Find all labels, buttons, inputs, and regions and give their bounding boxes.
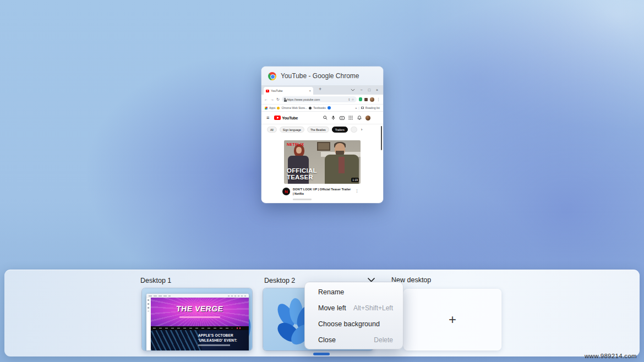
window-preview-youtube-chrome[interactable]: YouTube - Google Chrome YouTube × + − □ … <box>261 67 383 203</box>
bookmark-reading-list: Reading list <box>365 106 380 109</box>
chip-sign-language: Sign language <box>280 127 304 133</box>
url-text: https://www.youtube.com <box>287 98 347 101</box>
video-meta-placeholder <box>293 199 312 200</box>
youtube-favicon <box>266 90 269 92</box>
verge-navbar <box>151 326 249 330</box>
menu-item-choose-background[interactable]: Choose background <box>305 316 403 332</box>
apps-grid-icon-yt <box>348 116 353 120</box>
bookmark-webstore: Chrome Web Store... <box>281 106 307 109</box>
scene-picture-frame <box>317 142 330 151</box>
desktop-context-menu: Rename Move left Alt+Shift+Left Choose b… <box>304 282 403 349</box>
hamburger-icon: ≡ <box>266 115 269 120</box>
video-title: DON'T LOOK UP | Official Teaser Trailer … <box>293 188 351 196</box>
new-tab-icon: + <box>319 86 321 92</box>
address-bar: https://www.youtube.com ⇪ ☆ <box>282 96 357 102</box>
verge-headline-cropped-line <box>198 344 230 346</box>
share-icon: ⇪ <box>348 98 351 101</box>
browser-toolbar: ← → ↻ https://www.youtube.com ⇪ ☆ ⋮ <box>261 95 383 105</box>
desktop1-window-content: THE VERGE APPLE'S OCTOBER 'UNLEASHED' EV… <box>151 298 249 350</box>
chips-scroll-arrow-icon: › <box>361 127 363 132</box>
desktop1-window-sidebar <box>146 298 150 350</box>
extension-icon-dark <box>364 98 368 101</box>
youtube-play-icon <box>274 116 281 120</box>
chip-trailers-selected: Trailers <box>332 127 348 133</box>
verge-feature-section: APPLE'S OCTOBER 'UNLEASHED' EVENT: <box>151 330 249 350</box>
watermark-text: www.989214.com <box>585 353 637 359</box>
bookmark-apps: Apps <box>269 106 275 109</box>
plus-icon: + <box>449 313 456 326</box>
menu-item-move-left[interactable]: Move left Alt+Shift+Left <box>305 300 403 316</box>
star-icon: ☆ <box>352 98 354 101</box>
bookmarks-bar: Apps Chrome Web Store... Textbooks » | R… <box>261 105 383 112</box>
bookmarks-overflow-icon: » <box>356 106 357 109</box>
preview-window-title: YouTube - Google Chrome <box>281 72 359 80</box>
lock-icon <box>284 98 286 100</box>
bookmarks-right-group: » | Reading list <box>356 106 380 109</box>
verge-headline: APPLE'S OCTOBER 'UNLEASHED' EVENT: <box>198 333 237 343</box>
scene-person-left-face <box>296 147 302 153</box>
youtube-header: ≡ YouTube <box>261 112 383 124</box>
verge-headline-line2: 'UNLEASHED' EVENT: <box>198 338 237 343</box>
mic-icon <box>331 116 335 120</box>
chip-the-beatles: The Beatles <box>307 127 329 133</box>
chrome-menu-icon: ⋮ <box>376 97 380 102</box>
verge-hero: THE VERGE <box>151 298 249 326</box>
verge-subline <box>179 316 220 318</box>
verge-logo-text: THE VERGE <box>151 304 249 313</box>
menu-item-close[interactable]: Close Delete <box>305 332 403 348</box>
overlay-line2: TEASER <box>287 174 317 181</box>
youtube-header-icons <box>323 116 379 120</box>
create-video-icon <box>340 116 345 120</box>
youtube-chips-row: All Sign language The Beatles Trailers › <box>261 124 383 135</box>
task-view-screen: YouTube - Google Chrome YouTube × + − □ … <box>0 0 644 362</box>
netflix-channel-avatar: N <box>282 188 290 195</box>
close-icon: × <box>376 88 378 92</box>
bookmark-textbooks: Textbooks <box>313 106 326 109</box>
chip-partial <box>351 127 357 133</box>
video-overlay-text: OFFICIAL TEASER <box>287 168 317 180</box>
chrome-profile-avatar <box>370 97 374 102</box>
search-icon <box>323 116 328 120</box>
forward-icon: → <box>270 97 274 101</box>
webstore-icon <box>277 107 280 109</box>
menu-item-label: Move left <box>318 304 353 312</box>
video-title-line1: DON'T LOOK UP | Official Teaser Trailer <box>293 188 351 192</box>
menu-item-label: Close <box>318 336 374 344</box>
menu-item-rename[interactable]: Rename <box>305 284 403 300</box>
browser-tab-strip: YouTube × + − □ × <box>261 85 383 95</box>
video-duration-badge: 1:19 <box>351 178 359 182</box>
netflix-n: N <box>285 189 288 194</box>
scrollbar-thumb <box>381 126 383 150</box>
tab-close-icon: × <box>309 89 311 92</box>
desktop2-label: Desktop 2 <box>264 277 295 284</box>
desktop1-window-titlebar <box>146 294 249 298</box>
menu-item-shortcut: Alt+Shift+Left <box>353 304 393 312</box>
scene-person-right-shirt <box>339 157 345 173</box>
chrome-icon <box>268 72 276 80</box>
verge-feature-art <box>151 330 202 350</box>
extension-icon-green <box>359 97 363 101</box>
new-desktop-button[interactable]: + <box>403 289 501 350</box>
bookmark-blue-icon <box>328 106 331 109</box>
bookmarks-divider: | <box>358 106 359 109</box>
menu-item-label: Rename <box>318 288 393 296</box>
youtube-logo: YouTube <box>274 116 298 120</box>
active-desktop-indicator <box>313 353 330 355</box>
preview-title-bar: YouTube - Google Chrome <box>261 67 383 85</box>
globe-icon <box>309 107 312 109</box>
window-controls: − □ × <box>351 86 378 94</box>
browser-tab-youtube: YouTube × <box>264 87 313 95</box>
desktop1-thumbnail[interactable]: THE VERGE APPLE'S OCTOBER 'UNLEASHED' EV… <box>142 288 252 350</box>
video-title-line2: | Netflix <box>293 192 351 196</box>
apps-grid-icon <box>265 107 268 109</box>
chip-all: All <box>267 127 277 133</box>
maximize-icon: □ <box>368 88 370 92</box>
overlay-line1: OFFICIAL <box>287 168 317 174</box>
desktop1-label: Desktop 1 <box>140 277 171 284</box>
tab-label: YouTube <box>271 89 307 92</box>
chevron-down-icon <box>351 89 355 91</box>
reload-icon: ↻ <box>276 97 280 101</box>
back-icon: ← <box>264 97 268 101</box>
youtube-content-area: NETFLIX OFFICIAL TEASER 1:19 N DON'T LOO… <box>261 135 383 202</box>
desktop1-browser-window: THE VERGE APPLE'S OCTOBER 'UNLEASHED' EV… <box>146 294 249 350</box>
